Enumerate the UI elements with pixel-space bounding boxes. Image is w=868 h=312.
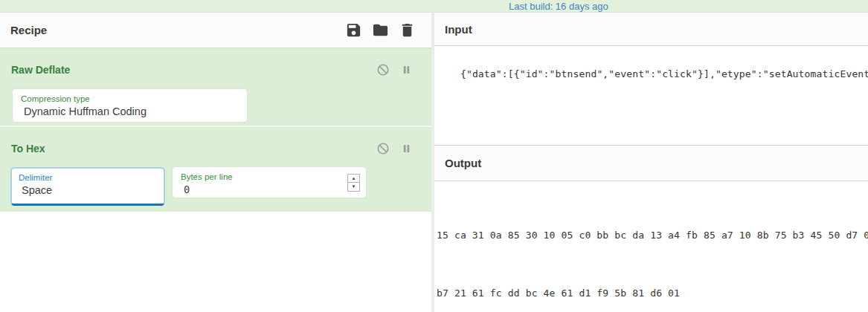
spinner-down-icon[interactable]: ▼: [348, 183, 359, 191]
arg-label: Delimiter: [19, 172, 156, 183]
output-line: b7 21 61 fc dd bc 4e 61 d1 f9 5b 81 d6 0…: [437, 284, 868, 303]
io-panel: Input {"data":[{"id":"btnsend","event":"…: [434, 13, 868, 312]
operation-title: To Hex: [11, 143, 45, 155]
arg-value: Dynamic Huffman Coding: [21, 105, 238, 119]
output-line: 15 ca 31 0a 85 30 10 05 c0 bb bc da 13 a…: [437, 226, 868, 245]
compression-type-select[interactable]: Compression type Dynamic Huffman Coding: [13, 89, 247, 122]
recipe-title: Recipe: [10, 24, 47, 36]
operation-to-hex[interactable]: To Hex Delimiter Space Bytes per line 0: [0, 126, 431, 212]
operation-head: To Hex: [0, 127, 431, 155]
bytes-per-line-input[interactable]: Bytes per line 0 ▲ ▼: [173, 167, 366, 198]
build-banner: Last build: 16 days ago: [0, 0, 868, 13]
operation-controls: [376, 142, 413, 155]
arg-label: Bytes per line: [181, 172, 233, 182]
input-text: {"data":[{"id":"btnsend","event":"click"…: [460, 68, 868, 79]
breakpoint-pause-icon[interactable]: [399, 142, 413, 155]
operation-raw-deflate[interactable]: Raw Deflate Compression type Dynamic Huf…: [0, 48, 431, 126]
spinner-up-icon[interactable]: ▲: [348, 175, 359, 183]
output-title: Output: [445, 157, 481, 169]
arg-value: Space: [19, 183, 156, 198]
disable-operation-icon[interactable]: [376, 142, 390, 155]
output-textarea: 15 ca 31 0a 85 30 10 05 c0 bb bc da 13 a…: [434, 181, 868, 312]
input-textarea[interactable]: {"data":[{"id":"btnsend","event":"click"…: [434, 46, 868, 145]
breakpoint-pause-icon[interactable]: [399, 63, 413, 77]
operation-head: Raw Deflate: [0, 48, 431, 77]
operation-args: Compression type Dynamic Huffman Coding: [0, 89, 431, 122]
arg-value: 0: [181, 183, 233, 197]
load-recipe-folder-icon[interactable]: [371, 22, 389, 39]
last-build-status: Last build: 16 days ago: [509, 1, 608, 12]
disable-operation-icon[interactable]: [376, 63, 390, 77]
recipe-toolbar: [344, 22, 416, 39]
recipe-header: Recipe: [0, 13, 431, 48]
delimiter-select[interactable]: Delimiter Space: [10, 167, 165, 206]
operation-controls: [376, 63, 413, 77]
input-header: Input: [434, 13, 868, 46]
save-recipe-icon[interactable]: [344, 22, 362, 39]
number-spinner: ▲ ▼: [347, 174, 360, 192]
recipe-panel: Recipe Raw Deflate: [0, 13, 431, 312]
arg-text: Bytes per line 0: [181, 172, 233, 192]
operation-args: Delimiter Space Bytes per line 0 ▲ ▼: [0, 167, 431, 206]
output-header: Output: [434, 145, 868, 181]
clear-recipe-trash-icon[interactable]: [398, 22, 416, 39]
arg-label: Compression type: [21, 94, 238, 104]
operation-title: Raw Deflate: [11, 64, 70, 76]
input-title: Input: [445, 23, 472, 36]
